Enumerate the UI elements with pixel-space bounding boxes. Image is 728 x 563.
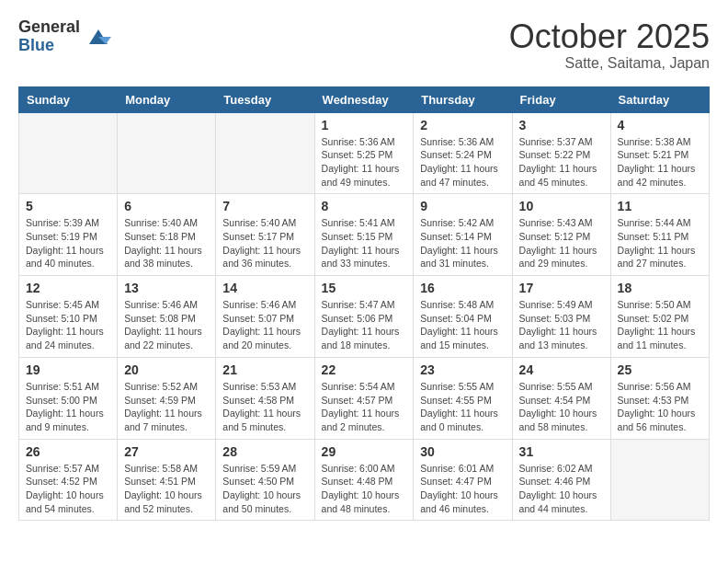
day-info: Sunrise: 6:01 AMSunset: 4:47 PMDaylight:… <box>420 462 505 516</box>
day-number: 1 <box>322 118 407 132</box>
day-number: 5 <box>26 199 110 213</box>
day-number: 15 <box>322 281 407 295</box>
calendar-cell: 5Sunrise: 5:39 AMSunset: 5:19 PMDaylight… <box>19 194 118 276</box>
calendar-cell: 28Sunrise: 5:59 AMSunset: 4:50 PMDayligh… <box>216 439 314 521</box>
day-number: 29 <box>322 444 407 459</box>
day-info: Sunrise: 5:53 AMSunset: 4:58 PMDaylight:… <box>222 380 307 434</box>
weekday-header-wednesday: Wednesday <box>314 86 414 112</box>
weekday-header-thursday: Thursday <box>414 86 512 112</box>
calendar-cell <box>19 112 118 194</box>
weekday-header-row: SundayMondayTuesdayWednesdayThursdayFrid… <box>19 86 710 112</box>
weekday-header-monday: Monday <box>118 86 216 112</box>
calendar-cell: 14Sunrise: 5:46 AMSunset: 5:07 PMDayligh… <box>216 276 314 358</box>
calendar-cell: 18Sunrise: 5:50 AMSunset: 5:02 PMDayligh… <box>610 276 709 358</box>
day-info: Sunrise: 5:51 AMSunset: 5:00 PMDaylight:… <box>26 380 110 434</box>
day-number: 28 <box>222 444 307 459</box>
day-number: 24 <box>519 362 604 377</box>
day-info: Sunrise: 5:56 AMSunset: 4:53 PMDaylight:… <box>618 380 702 434</box>
month-title: October 2025 <box>509 18 710 55</box>
calendar-week-2: 5Sunrise: 5:39 AMSunset: 5:19 PMDaylight… <box>19 194 710 276</box>
day-number: 21 <box>222 362 307 377</box>
day-info: Sunrise: 5:46 AMSunset: 5:07 PMDaylight:… <box>222 298 307 352</box>
day-number: 10 <box>519 199 604 213</box>
day-info: Sunrise: 5:45 AMSunset: 5:10 PMDaylight:… <box>26 298 110 352</box>
day-number: 13 <box>124 281 209 295</box>
weekday-header-sunday: Sunday <box>19 86 118 112</box>
day-number: 26 <box>26 444 110 459</box>
day-info: Sunrise: 5:37 AMSunset: 5:22 PMDaylight:… <box>519 135 604 190</box>
calendar-week-3: 12Sunrise: 5:45 AMSunset: 5:10 PMDayligh… <box>19 276 710 358</box>
weekday-header-saturday: Saturday <box>610 86 709 112</box>
calendar-cell: 9Sunrise: 5:42 AMSunset: 5:14 PMDaylight… <box>414 194 512 276</box>
day-info: Sunrise: 6:00 AMSunset: 4:48 PMDaylight:… <box>322 462 407 516</box>
day-info: Sunrise: 5:42 AMSunset: 5:14 PMDaylight:… <box>420 216 505 270</box>
title-block: October 2025 Satte, Saitama, Japan <box>509 18 710 72</box>
day-info: Sunrise: 6:02 AMSunset: 4:46 PMDaylight:… <box>519 462 604 516</box>
day-number: 9 <box>420 199 505 213</box>
day-number: 23 <box>420 362 505 377</box>
day-number: 14 <box>222 281 307 295</box>
calendar-cell: 10Sunrise: 5:43 AMSunset: 5:12 PMDayligh… <box>512 194 610 276</box>
day-number: 19 <box>26 362 110 377</box>
logo: General Blue <box>18 18 111 55</box>
day-number: 8 <box>322 199 407 213</box>
calendar-cell: 17Sunrise: 5:49 AMSunset: 5:03 PMDayligh… <box>512 276 610 358</box>
day-info: Sunrise: 5:41 AMSunset: 5:15 PMDaylight:… <box>322 216 407 270</box>
day-info: Sunrise: 5:39 AMSunset: 5:19 PMDaylight:… <box>26 216 110 270</box>
day-info: Sunrise: 5:59 AMSunset: 4:50 PMDaylight:… <box>222 462 307 516</box>
day-number: 11 <box>618 199 702 213</box>
calendar-cell: 6Sunrise: 5:40 AMSunset: 5:18 PMDaylight… <box>118 194 216 276</box>
day-info: Sunrise: 5:43 AMSunset: 5:12 PMDaylight:… <box>519 216 604 270</box>
day-info: Sunrise: 5:38 AMSunset: 5:21 PMDaylight:… <box>618 135 702 190</box>
logo-icon <box>85 24 111 50</box>
calendar-week-5: 26Sunrise: 5:57 AMSunset: 4:52 PMDayligh… <box>19 439 710 521</box>
day-number: 4 <box>618 118 702 132</box>
calendar-cell <box>216 112 314 194</box>
day-info: Sunrise: 5:48 AMSunset: 5:04 PMDaylight:… <box>420 298 505 352</box>
calendar-cell: 16Sunrise: 5:48 AMSunset: 5:04 PMDayligh… <box>414 276 512 358</box>
calendar-cell: 13Sunrise: 5:46 AMSunset: 5:08 PMDayligh… <box>118 276 216 358</box>
day-number: 3 <box>519 118 604 132</box>
day-info: Sunrise: 5:40 AMSunset: 5:17 PMDaylight:… <box>222 216 307 270</box>
day-number: 12 <box>26 281 110 295</box>
day-number: 6 <box>124 199 209 213</box>
calendar-cell: 21Sunrise: 5:53 AMSunset: 4:58 PMDayligh… <box>216 357 314 439</box>
day-number: 17 <box>519 281 604 295</box>
calendar-cell: 20Sunrise: 5:52 AMSunset: 4:59 PMDayligh… <box>118 357 216 439</box>
weekday-header-friday: Friday <box>512 86 610 112</box>
day-info: Sunrise: 5:55 AMSunset: 4:54 PMDaylight:… <box>519 380 604 434</box>
day-info: Sunrise: 5:36 AMSunset: 5:25 PMDaylight:… <box>322 135 407 190</box>
calendar-cell: 11Sunrise: 5:44 AMSunset: 5:11 PMDayligh… <box>610 194 709 276</box>
calendar-cell: 7Sunrise: 5:40 AMSunset: 5:17 PMDaylight… <box>216 194 314 276</box>
day-number: 25 <box>618 362 702 377</box>
day-number: 18 <box>618 281 702 295</box>
calendar-cell: 4Sunrise: 5:38 AMSunset: 5:21 PMDaylight… <box>610 112 709 194</box>
page-header: General Blue October 2025 Satte, Saitama… <box>18 18 710 72</box>
calendar-cell: 29Sunrise: 6:00 AMSunset: 4:48 PMDayligh… <box>314 439 414 521</box>
calendar-cell: 26Sunrise: 5:57 AMSunset: 4:52 PMDayligh… <box>19 439 118 521</box>
calendar-cell: 1Sunrise: 5:36 AMSunset: 5:25 PMDaylight… <box>314 112 414 194</box>
day-info: Sunrise: 5:49 AMSunset: 5:03 PMDaylight:… <box>519 298 604 352</box>
calendar-cell: 2Sunrise: 5:36 AMSunset: 5:24 PMDaylight… <box>414 112 512 194</box>
calendar-week-4: 19Sunrise: 5:51 AMSunset: 5:00 PMDayligh… <box>19 357 710 439</box>
day-info: Sunrise: 5:54 AMSunset: 4:57 PMDaylight:… <box>322 380 407 434</box>
day-info: Sunrise: 5:46 AMSunset: 5:08 PMDaylight:… <box>124 298 209 352</box>
calendar-cell: 3Sunrise: 5:37 AMSunset: 5:22 PMDaylight… <box>512 112 610 194</box>
calendar-cell: 23Sunrise: 5:55 AMSunset: 4:55 PMDayligh… <box>414 357 512 439</box>
calendar-cell: 31Sunrise: 6:02 AMSunset: 4:46 PMDayligh… <box>512 439 610 521</box>
calendar-table: SundayMondayTuesdayWednesdayThursdayFrid… <box>18 86 710 522</box>
day-info: Sunrise: 5:58 AMSunset: 4:51 PMDaylight:… <box>124 462 209 516</box>
day-info: Sunrise: 5:47 AMSunset: 5:06 PMDaylight:… <box>322 298 407 352</box>
calendar-cell: 27Sunrise: 5:58 AMSunset: 4:51 PMDayligh… <box>118 439 216 521</box>
day-info: Sunrise: 5:36 AMSunset: 5:24 PMDaylight:… <box>420 135 505 190</box>
weekday-header-tuesday: Tuesday <box>216 86 314 112</box>
day-info: Sunrise: 5:55 AMSunset: 4:55 PMDaylight:… <box>420 380 505 434</box>
calendar-week-1: 1Sunrise: 5:36 AMSunset: 5:25 PMDaylight… <box>19 112 710 194</box>
day-number: 30 <box>420 444 505 459</box>
day-info: Sunrise: 5:57 AMSunset: 4:52 PMDaylight:… <box>26 462 110 516</box>
day-number: 2 <box>420 118 505 132</box>
calendar-cell: 19Sunrise: 5:51 AMSunset: 5:00 PMDayligh… <box>19 357 118 439</box>
logo-general: General <box>18 18 80 37</box>
logo-blue: Blue <box>18 37 80 55</box>
calendar-cell <box>118 112 216 194</box>
